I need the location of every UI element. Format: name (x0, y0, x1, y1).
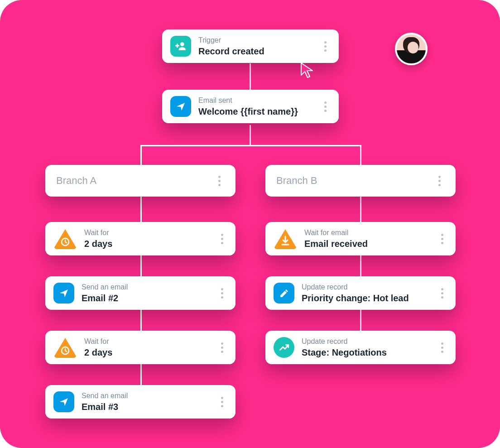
card-labels: Send an email Email #3 (82, 391, 209, 412)
trigger-card[interactable]: Trigger Record created (162, 29, 339, 63)
wait-clock-icon (53, 337, 77, 358)
card-subtitle: Wait for email (304, 228, 429, 237)
more-icon[interactable] (320, 101, 331, 112)
connector (140, 145, 361, 146)
send-icon (53, 283, 74, 303)
branch-a-step[interactable]: Wait for 2 days (45, 222, 236, 255)
avatar (395, 33, 428, 65)
branch-a-step[interactable]: Send an email Email #3 (45, 385, 236, 419)
card-labels: Wait for 2 days (84, 337, 209, 357)
card-labels: Update record Stage: Negotiations (302, 337, 429, 357)
card-title: Record created (198, 46, 312, 57)
wait-download-icon (274, 228, 297, 249)
card-title: Email received (304, 238, 429, 249)
card-subtitle: Send an email (82, 283, 209, 291)
more-icon[interactable] (320, 41, 331, 52)
branch-b-step[interactable]: Update record Stage: Negotiations (265, 331, 456, 364)
branch-b-step[interactable]: Update record Priority change: Hot lead (265, 276, 456, 310)
card-labels: Update record Priority change: Hot lead (302, 283, 429, 303)
branch-a-step[interactable]: Send an email Email #2 (45, 276, 236, 310)
branch-label: Branch A (56, 175, 207, 187)
more-icon[interactable] (437, 234, 447, 244)
connector (360, 145, 361, 166)
more-icon[interactable] (216, 397, 227, 407)
card-labels: Trigger Record created (198, 36, 312, 56)
card-title: 2 days (84, 347, 209, 358)
more-icon[interactable] (437, 288, 447, 299)
connector (140, 145, 142, 166)
more-icon[interactable] (216, 288, 227, 299)
branch-a-step[interactable]: Wait for 2 days (45, 331, 236, 364)
card-labels: Wait for email Email received (304, 228, 429, 249)
card-title: 2 days (84, 238, 209, 249)
card-labels: Send an email Email #2 (82, 283, 209, 303)
wait-clock-icon (53, 228, 77, 249)
more-icon[interactable] (437, 342, 447, 353)
person-add-icon (170, 36, 191, 57)
card-subtitle: Wait for (84, 228, 209, 237)
card-title: Stage: Negotiations (302, 347, 429, 358)
workflow-canvas: Trigger Record created Email sent Welcom… (0, 0, 500, 448)
card-subtitle: Wait for (84, 337, 209, 346)
branch-a-header[interactable]: Branch A (45, 165, 236, 197)
card-labels: Wait for 2 days (84, 228, 209, 249)
card-title: Welcome {{first name}} (198, 106, 312, 117)
card-subtitle: Email sent (198, 96, 312, 105)
email-sent-card[interactable]: Email sent Welcome {{first name}} (162, 90, 339, 123)
card-subtitle: Update record (302, 337, 429, 346)
branch-b-step[interactable]: Wait for email Email received (265, 222, 456, 255)
card-title: Email #2 (82, 293, 209, 303)
send-icon (53, 391, 74, 412)
more-icon[interactable] (434, 176, 445, 186)
card-labels: Email sent Welcome {{first name}} (198, 96, 312, 116)
card-title: Priority change: Hot lead (302, 293, 429, 303)
card-subtitle: Update record (302, 283, 429, 291)
connector (250, 63, 251, 91)
more-icon[interactable] (216, 342, 227, 353)
connector (250, 125, 251, 145)
svg-point-0 (180, 42, 184, 46)
branch-b-header[interactable]: Branch B (265, 165, 456, 197)
card-subtitle: Trigger (198, 36, 312, 44)
send-icon (170, 96, 191, 117)
branch-label: Branch B (276, 175, 427, 187)
card-title: Email #3 (82, 401, 209, 412)
trend-icon (274, 337, 294, 358)
pencil-icon (274, 283, 294, 303)
card-subtitle: Send an email (82, 391, 209, 400)
more-icon[interactable] (216, 234, 227, 244)
more-icon[interactable] (214, 176, 225, 186)
